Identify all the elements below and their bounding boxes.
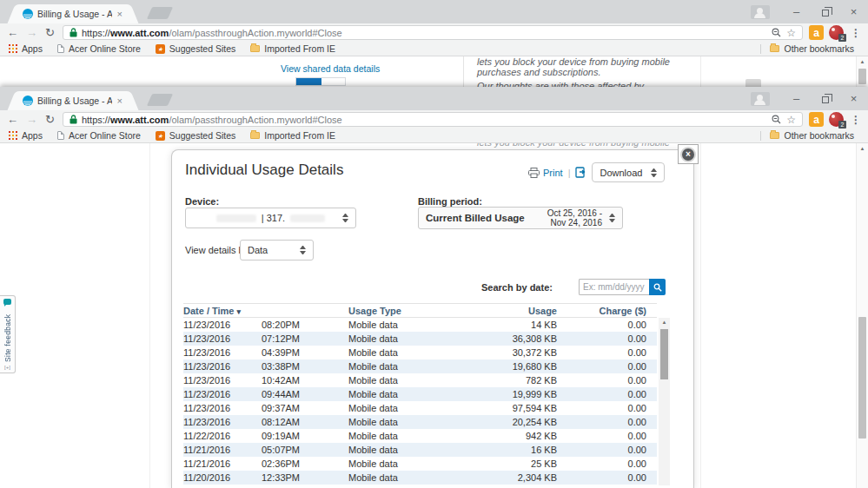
search-date-input[interactable] <box>579 279 649 295</box>
table-cell: 09:37AM <box>262 403 348 413</box>
table-cell: Mobile data <box>348 361 483 372</box>
print-link[interactable]: Print <box>528 168 563 178</box>
tab-close-icon[interactable]: × <box>116 96 123 106</box>
amazon-extension-icon[interactable]: a <box>809 25 824 40</box>
table-row: 11/21/201602:36PMMobile data25 KB0.00 <box>183 457 657 471</box>
table-cell: 0.00 <box>566 320 657 330</box>
modal-close-button[interactable]: × <box>678 144 699 164</box>
att-globe-icon <box>23 9 33 19</box>
search-button[interactable] <box>649 279 666 295</box>
amazon-extension-icon[interactable]: a <box>809 112 824 127</box>
restore-icon <box>822 96 829 103</box>
site-feedback-label: Site feedback <box>3 307 12 362</box>
browser-tab[interactable]: Billing & Usage - AT&T × <box>17 4 129 23</box>
bookmark-imported[interactable]: Imported From IE <box>250 43 335 54</box>
minimize-button[interactable]: – <box>782 0 811 23</box>
scroll-up-icon[interactable]: ▲ <box>857 56 868 64</box>
zoom-magnifier-icon[interactable] <box>772 115 781 124</box>
close-button[interactable]: × <box>839 0 868 23</box>
scrollbar[interactable]: ▲ <box>856 56 868 87</box>
profile-icon[interactable] <box>751 92 770 106</box>
forward-icon[interactable]: → <box>26 114 37 125</box>
table-cell: 12:33PM <box>262 472 348 483</box>
column-header-usage[interactable]: Usage <box>483 306 566 316</box>
table-cell: 0.00 <box>566 333 657 344</box>
table-cell: Mobile data <box>348 347 483 358</box>
zoom-magnifier-icon[interactable] <box>772 28 781 37</box>
window-controls: – × <box>751 0 868 23</box>
view-details-by-dropdown[interactable]: Data <box>240 240 314 260</box>
bookmark-star-icon[interactable]: ☆ <box>786 27 796 39</box>
lock-icon <box>70 28 77 37</box>
reload-icon[interactable]: ↻ <box>45 114 55 125</box>
new-tab-button[interactable] <box>147 94 173 106</box>
close-icon: × <box>680 147 696 162</box>
table-cell: 05:07PM <box>262 445 348 455</box>
page-content-front: lets you block your device from buying m… <box>0 143 868 488</box>
table-cell: 08:12AM <box>262 417 348 427</box>
column-header-usage-type[interactable]: Usage Type <box>348 306 483 316</box>
scrollbar[interactable]: ▲ <box>856 143 868 488</box>
bookmark-imported[interactable]: Imported From IE <box>250 130 335 141</box>
browser-window-back: Billing & Usage - AT&T × – × ← → ↻ https… <box>0 0 868 87</box>
bookmark-suggested[interactable]: Suggested Sites <box>156 130 235 141</box>
new-tab-button[interactable] <box>147 7 173 19</box>
folder-icon <box>250 132 260 139</box>
browser-toolbar: ← → ↻ https://www.att.com/olam/passthrou… <box>0 23 868 42</box>
restore-button[interactable] <box>811 0 839 23</box>
table-scrollbar[interactable]: ▲ <box>659 318 670 485</box>
export-icon[interactable] <box>575 167 586 178</box>
table-cell: 25 KB <box>483 458 566 469</box>
table-cell: Mobile data <box>348 333 483 344</box>
bookmarks-bar: Apps Acer Online Store Suggested Sites I… <box>0 129 868 143</box>
other-bookmarks[interactable]: Other bookmarks <box>770 43 854 54</box>
bookmark-apps[interactable]: Apps <box>9 130 43 141</box>
att-globe-icon <box>23 96 33 106</box>
column-header-date-time[interactable]: Date / Time▾ <box>183 306 348 316</box>
profile-icon[interactable] <box>751 5 770 19</box>
view-shared-data-link[interactable]: View shared data details <box>281 63 380 74</box>
minimize-button[interactable]: – <box>782 87 811 110</box>
download-dropdown[interactable]: Download <box>592 162 665 182</box>
extension-icon[interactable]: 2 <box>829 112 844 127</box>
scrollbar-thumb[interactable] <box>858 317 866 439</box>
table-cell: 0.00 <box>566 375 657 386</box>
back-icon[interactable]: ← <box>7 114 18 125</box>
bookmark-star-icon[interactable]: ☆ <box>786 114 796 126</box>
table-row: 11/20/201612:33PMMobile data2,304 KB0.00 <box>183 471 657 485</box>
reload-icon[interactable]: ↻ <box>45 27 55 38</box>
scrollbar-thumb[interactable] <box>858 69 866 84</box>
scroll-up-icon[interactable]: ▲ <box>857 143 868 151</box>
bookmark-acer[interactable]: Acer Online Store <box>57 43 141 54</box>
table-cell: 97,594 KB <box>483 403 566 413</box>
device-dropdown[interactable]: | 317. <box>185 208 356 228</box>
browser-toolbar: ← → ↻ https://www.att.com/olam/passthrou… <box>0 110 868 129</box>
forward-icon[interactable]: → <box>26 27 37 38</box>
bookmark-acer[interactable]: Acer Online Store <box>57 130 141 141</box>
suggested-sites-icon <box>156 131 165 141</box>
restore-button[interactable] <box>811 87 839 110</box>
back-icon[interactable]: ← <box>7 27 18 38</box>
tab-strip: Billing & Usage - AT&T × – × <box>0 87 868 110</box>
menu-icon[interactable]: ⋮ <box>851 27 861 39</box>
tab-close-icon[interactable]: × <box>116 10 123 19</box>
close-button[interactable]: × <box>839 87 868 110</box>
billing-period-dropdown[interactable]: Current Billed Usage Oct 25, 2016 - Nov … <box>418 207 623 229</box>
site-feedback-tab[interactable]: Site feedback [+] <box>0 295 16 373</box>
extension-icon[interactable]: 2 <box>829 25 844 40</box>
feedback-bubble-icon <box>3 299 11 305</box>
column-header-charge[interactable]: Charge ($) <box>566 306 657 316</box>
data-usage-progress-bar <box>295 77 346 86</box>
bookmark-suggested[interactable]: Suggested Sites <box>156 43 235 54</box>
bookmark-apps[interactable]: Apps <box>9 43 43 54</box>
scroll-up-icon[interactable]: ▲ <box>659 318 670 325</box>
other-bookmarks[interactable]: Other bookmarks <box>770 130 854 141</box>
table-cell: Mobile data <box>348 320 483 330</box>
browser-tab[interactable]: Billing & Usage - AT&T × <box>17 91 129 110</box>
scrollbar-thumb[interactable] <box>660 329 668 379</box>
usage-table-body: 11/23/201608:20PMMobile data14 KB0.0011/… <box>183 318 657 485</box>
table-cell: Mobile data <box>348 389 483 399</box>
address-bar[interactable]: https://www.att.com/olam/passthroughActi… <box>63 25 803 40</box>
menu-icon[interactable]: ⋮ <box>851 114 861 126</box>
address-bar[interactable]: https://www.att.com/olam/passthroughActi… <box>63 112 803 127</box>
